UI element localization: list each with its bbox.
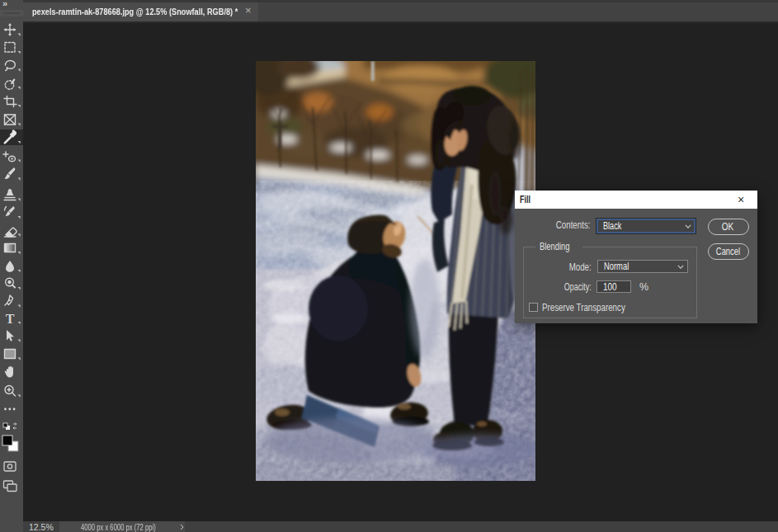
svg-text:T: T bbox=[6, 312, 15, 326]
